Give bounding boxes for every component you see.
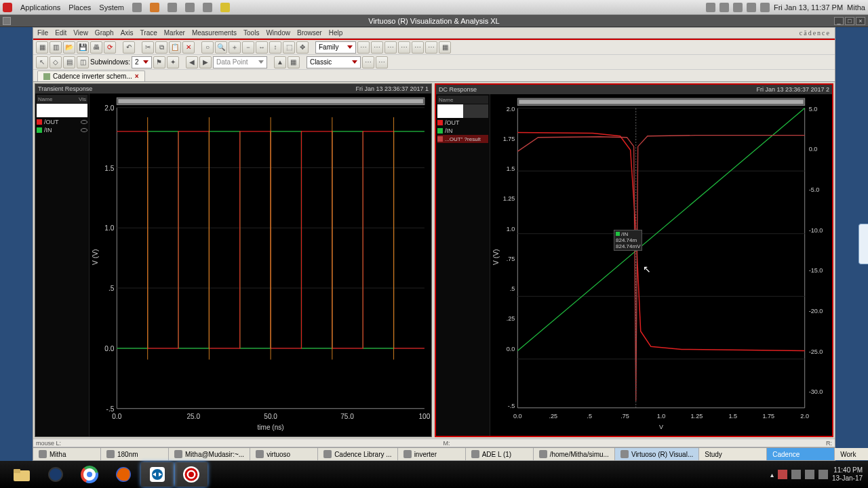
- marker-button[interactable]: ✦: [167, 56, 179, 68]
- subwindows-select[interactable]: 2: [132, 56, 152, 68]
- maximize-button[interactable]: □: [845, 17, 854, 25]
- legend-out[interactable]: /OUT: [37, 118, 87, 126]
- app-launcher[interactable]: [39, 462, 72, 487]
- quick-launch-icon[interactable]: [132, 3, 142, 12]
- legend-deriv[interactable]: ...OUT" ?result: [437, 135, 488, 143]
- teamviewer-launcher[interactable]: [141, 462, 174, 487]
- plot-panel-transient[interactable]: Transient Response Fri Jan 13 23:36:37 2…: [35, 83, 432, 437]
- select-button[interactable]: ◇: [50, 56, 62, 68]
- zoom-fit-button[interactable]: 🔍: [215, 41, 227, 54]
- zoom-tool-button[interactable]: ○: [201, 41, 214, 54]
- datapoint-select[interactable]: Data Point: [213, 56, 267, 68]
- paste-button[interactable]: 📋: [169, 41, 181, 54]
- menu-browser[interactable]: Browser: [297, 29, 322, 37]
- tray-icon[interactable]: [747, 3, 756, 12]
- firefox-launcher[interactable]: [107, 462, 140, 487]
- quick-icon[interactable]: [185, 3, 195, 12]
- plot-panel-dc[interactable]: DC Response Fri Jan 13 23:36:37 2017 2 N…: [435, 83, 833, 437]
- taskbar-clock[interactable]: 11:40 PM 13-Jan-17: [832, 466, 863, 483]
- menu-meas[interactable]: Measurements: [192, 29, 237, 37]
- menu-file[interactable]: File: [37, 29, 48, 37]
- flag-icon[interactable]: [778, 470, 787, 479]
- quick-icon[interactable]: [167, 3, 177, 12]
- workspace-cadence[interactable]: Cadence: [767, 448, 835, 460]
- battery-icon[interactable]: [805, 470, 814, 479]
- pan-button[interactable]: ✥: [296, 41, 309, 54]
- tab-close-icon[interactable]: ×: [135, 73, 139, 80]
- zoom-x-button[interactable]: ↔: [256, 41, 268, 54]
- legend-search[interactable]: [437, 104, 463, 118]
- tray-icon[interactable]: [760, 3, 770, 12]
- undo-button[interactable]: ↶: [123, 41, 135, 54]
- open-button[interactable]: 📂: [63, 41, 75, 54]
- quick-icon[interactable]: [203, 3, 212, 12]
- menu-view[interactable]: View: [73, 29, 88, 37]
- menu-help[interactable]: Help: [329, 29, 343, 37]
- zoom-y-button[interactable]: ↕: [269, 41, 281, 54]
- tool-btn[interactable]: ⋯: [384, 41, 397, 54]
- new-subwindow-button[interactable]: ▥: [50, 41, 62, 54]
- tray-up-icon[interactable]: ▴: [770, 471, 774, 479]
- zoom-out-button[interactable]: －: [242, 41, 254, 54]
- record-launcher[interactable]: [175, 462, 208, 487]
- layout-button[interactable]: ▤: [63, 56, 75, 68]
- os-menu-apps[interactable]: Applications: [20, 3, 60, 12]
- zoom-in-button[interactable]: ＋: [229, 41, 241, 54]
- wtab-library[interactable]: Cadence Library ...: [318, 448, 398, 460]
- os-menu-places[interactable]: Places: [68, 3, 91, 12]
- minimize-button[interactable]: _: [834, 17, 844, 25]
- workspace-work[interactable]: Work: [835, 448, 868, 460]
- menu-trace[interactable]: Trace: [140, 29, 157, 37]
- split-button[interactable]: ◫: [77, 56, 89, 68]
- table-button[interactable]: ▦: [439, 41, 451, 54]
- menu-graph[interactable]: Graph: [95, 29, 114, 37]
- menu-marker[interactable]: Marker: [164, 29, 185, 37]
- menu-axis[interactable]: Axis: [121, 29, 134, 37]
- legend-in[interactable]: /IN: [437, 127, 488, 135]
- wtab-virtuoso[interactable]: virtuoso: [250, 448, 318, 460]
- wtab-terminal[interactable]: Mitha@Mudasir:~...: [169, 448, 250, 460]
- save-button[interactable]: 💾: [77, 41, 89, 54]
- wtab-inverter[interactable]: inverter: [398, 448, 466, 460]
- visibility-icon[interactable]: [81, 128, 87, 132]
- menu-window[interactable]: Window: [266, 29, 290, 37]
- tab-inverter-schem[interactable]: Cadence inverter schem... ×: [37, 70, 145, 81]
- delete-button[interactable]: ✕: [182, 41, 195, 54]
- os-user[interactable]: Mitha: [847, 3, 865, 12]
- menu-edit[interactable]: Edit: [55, 29, 66, 37]
- family-select[interactable]: Family: [315, 41, 356, 54]
- tray-icon[interactable]: [719, 3, 729, 12]
- files-launcher[interactable]: [5, 462, 38, 487]
- tool-btn[interactable]: ⋯: [357, 41, 370, 54]
- tool-btn[interactable]: ⋯: [412, 41, 424, 54]
- network-icon[interactable]: [791, 470, 801, 479]
- tray-icon[interactable]: [733, 3, 743, 12]
- tool-btn[interactable]: ⋯: [376, 56, 388, 68]
- menu-tools[interactable]: Tools: [243, 29, 259, 37]
- chart-transient[interactable]: 2.0 1.5 1.0 .5 0.0 -.5 0.0 25.0 50.0: [90, 94, 431, 436]
- visibility-icon[interactable]: [81, 120, 87, 124]
- legend-in[interactable]: /IN: [37, 126, 87, 134]
- chart-dc[interactable]: 2.01.75 1.51.25 1.0.75 .5.25 0.0-.5 5.00…: [490, 94, 832, 436]
- os-menu-system[interactable]: System: [99, 3, 124, 12]
- cursor-button[interactable]: ↖: [36, 56, 48, 68]
- legend-out[interactable]: /OUT: [437, 119, 488, 127]
- reload-button[interactable]: ⟳: [104, 41, 116, 54]
- tool-btn[interactable]: ⋯: [398, 41, 410, 54]
- new-window-button[interactable]: ▦: [36, 41, 48, 54]
- tool-btn[interactable]: ⋯: [362, 56, 374, 68]
- wtab-home[interactable]: /home/Mitha/simu...: [534, 448, 615, 460]
- wtab-180nm[interactable]: 180nm: [101, 448, 169, 460]
- quick-icon[interactable]: [220, 3, 230, 12]
- copy-button[interactable]: ⧉: [155, 41, 167, 54]
- workspace-study[interactable]: Study: [699, 448, 767, 460]
- tool-btn[interactable]: ⋯: [425, 41, 437, 54]
- tray-icon[interactable]: [706, 3, 715, 12]
- prev-button[interactable]: ◀: [186, 56, 198, 68]
- wtab-visual[interactable]: Virtuoso (R) Visual...: [615, 448, 699, 460]
- marker-a-button[interactable]: ▲: [274, 56, 286, 68]
- zoom-area-button[interactable]: ⬚: [283, 41, 295, 54]
- next-button[interactable]: ▶: [199, 56, 212, 68]
- teamviewer-panel-handle[interactable]: [859, 224, 868, 264]
- wtab-mitha[interactable]: Mitha: [33, 448, 101, 460]
